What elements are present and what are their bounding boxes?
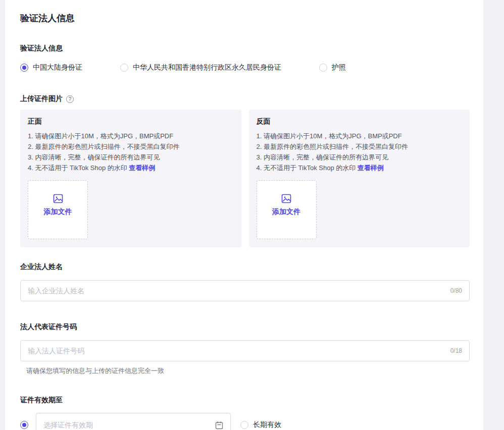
radio-hk-id[interactable] (120, 64, 128, 72)
legal-name-label: 企业法人姓名 (20, 262, 470, 272)
image-icon (53, 194, 63, 203)
legal-name-counter: 0/80 (450, 287, 462, 294)
radio-label-long-term: 长期有效 (253, 420, 281, 429)
identity-type-label: 验证法人信息 (20, 44, 470, 53)
id-number-counter: 0/18 (450, 347, 462, 354)
radio-option-passport[interactable]: 护照 (319, 63, 346, 72)
identity-type-radio-group: 中国大陆身份证 中华人民共和国香港特别行政区永久居民身份证 护照 (20, 63, 470, 72)
legal-name-input[interactable] (28, 287, 445, 295)
radio-long-term[interactable] (240, 421, 248, 429)
upload-dropzone-back[interactable]: 添加文件 (257, 180, 317, 239)
validity-label: 证件有效期至 (20, 396, 470, 405)
radio-validity-date[interactable] (20, 421, 28, 429)
radio-label-mainland-id: 中国大陆身份证 (33, 63, 82, 72)
id-number-input-wrap: 0/18 (20, 340, 470, 361)
panel-front-rule-1: 1. 请确保图片小于10M，格式为JPG，BMP或PDF (28, 131, 233, 141)
upload-section-label: 上传证件图片 (20, 94, 63, 103)
validity-date-input-wrap (36, 413, 231, 430)
panel-back-rule-4-text: 4. 无不适用于 TikTok Shop 的水印 (257, 164, 358, 172)
radio-mainland-id[interactable] (20, 64, 28, 72)
calendar-icon[interactable] (215, 421, 223, 429)
radio-passport[interactable] (319, 64, 327, 72)
radio-option-hk-id[interactable]: 中华人民共和国香港特别行政区永久居民身份证 (120, 63, 281, 72)
legal-person-form-card: 验证法人信息 验证法人信息 中国大陆身份证 中华人民共和国香港特别行政区永久居民… (5, 0, 483, 430)
panel-front-rule-3: 3. 内容清晰，完整，确保证件的所有边界可见 (28, 152, 233, 163)
panel-back-rule-4: 4. 无不适用于 TikTok Shop 的水印 查看样例 (257, 163, 462, 173)
help-question-icon[interactable]: ? (66, 95, 74, 103)
id-number-input[interactable] (28, 347, 445, 355)
upload-dropzone-front[interactable]: 添加文件 (28, 180, 88, 239)
panel-back-rule-1: 1. 请确保图片小于10M，格式为JPG，BMP或PDF (257, 131, 462, 141)
radio-option-mainland-id[interactable]: 中国大陆身份证 (20, 63, 82, 72)
add-file-label-front: 添加文件 (44, 207, 72, 217)
radio-option-long-term[interactable]: 长期有效 (240, 420, 281, 429)
validity-row: 长期有效 (20, 413, 470, 430)
id-number-hint: 请确保您填写的信息与上传的证件信息完全一致 (20, 366, 470, 375)
upload-panels: 正面 1. 请确保图片小于10M，格式为JPG，BMP或PDF 2. 最新原件的… (20, 110, 470, 247)
upload-panel-back: 反面 1. 请确保图片小于10M，格式为JPG，BMP或PDF 2. 最新原件的… (249, 110, 470, 247)
view-sample-link-back[interactable]: 查看样例 (358, 164, 384, 172)
panel-front-rule-4: 4. 无不适用于 TikTok Shop 的水印 查看样例 (28, 163, 233, 173)
validity-date-input[interactable] (43, 421, 215, 429)
panel-front-rule-4-text: 4. 无不适用于 TikTok Shop 的水印 (28, 164, 129, 172)
legal-name-input-wrap: 0/80 (20, 280, 470, 301)
panel-back-rule-3: 3. 内容清晰，完整，确保证件的所有边界可见 (257, 152, 462, 163)
page-title: 验证法人信息 (20, 12, 470, 24)
panel-front-title: 正面 (28, 117, 233, 126)
radio-label-hk-id: 中华人民共和国香港特别行政区永久居民身份证 (133, 63, 281, 72)
panel-back-rule-2: 2. 最新原件的彩色照片或扫描件，不接受黑白复印件 (257, 141, 462, 152)
id-number-label: 法人代表证件号码 (20, 322, 470, 332)
panel-front-rule-2: 2. 最新原件的彩色照片或扫描件，不接受黑白复印件 (28, 141, 233, 152)
radio-label-passport: 护照 (332, 63, 346, 72)
add-file-label-back: 添加文件 (272, 207, 300, 217)
panel-back-title: 反面 (257, 117, 462, 126)
image-icon (281, 194, 291, 203)
upload-section-header: 上传证件图片 ? (20, 94, 470, 103)
upload-panel-front: 正面 1. 请确保图片小于10M，格式为JPG，BMP或PDF 2. 最新原件的… (20, 110, 241, 247)
view-sample-link-front[interactable]: 查看样例 (129, 164, 155, 172)
